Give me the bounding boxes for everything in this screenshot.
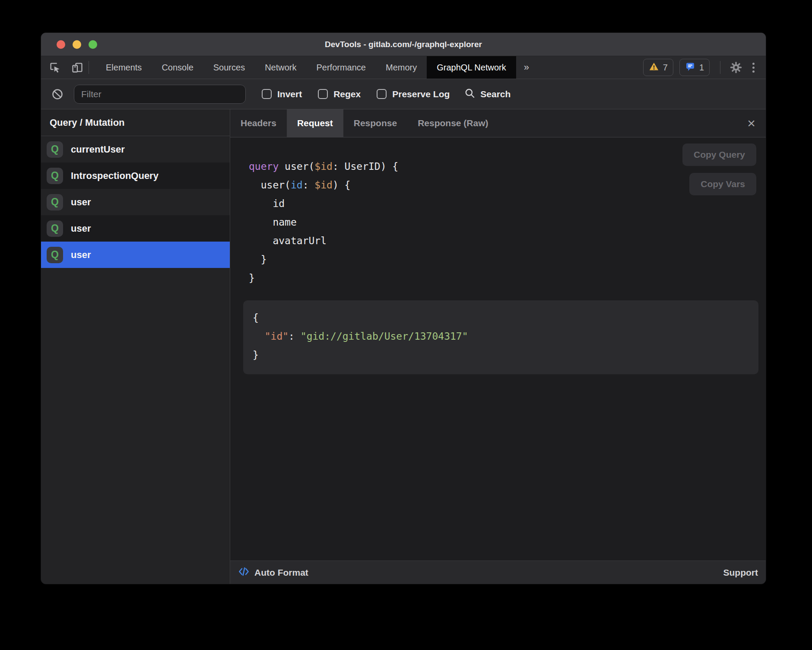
tab-memory[interactable]: Memory	[376, 56, 427, 79]
issues-badge[interactable]: 1	[679, 59, 710, 76]
code-line: }	[249, 250, 766, 269]
devtools-tabs: ElementsConsoleSourcesNetworkPerformance…	[96, 56, 516, 79]
search-button[interactable]: Search	[464, 88, 511, 101]
query-type-badge: Q	[47, 168, 63, 184]
close-window-button[interactable]	[57, 40, 65, 49]
more-tabs-button[interactable]: »	[516, 56, 537, 79]
tabbar-spacer	[537, 56, 643, 79]
variables-code: { "id": "gid://gitlab/User/13704317"}	[253, 309, 749, 364]
block-requests-icon[interactable]	[51, 87, 64, 101]
detail-panel: HeadersRequestResponseResponse (Raw) × q…	[230, 109, 766, 584]
tab-sources[interactable]: Sources	[203, 56, 255, 79]
query-list: QcurrentUserQIntrospectionQueryQuserQuse…	[41, 136, 230, 268]
tab-console[interactable]: Console	[152, 56, 203, 79]
checkbox-preserve-log[interactable]: Preserve Log	[377, 89, 450, 99]
tab-network[interactable]: Network	[255, 56, 306, 79]
detail-tabbar: HeadersRequestResponseResponse (Raw) ×	[230, 109, 766, 137]
detail-tabs: HeadersRequestResponseResponse (Raw)	[230, 109, 499, 137]
support-link[interactable]: Support	[723, 567, 758, 578]
code-line: avatarUrl	[249, 232, 766, 250]
tab-elements[interactable]: Elements	[96, 56, 152, 79]
request-content: query user($id: UserID) { user(id: $id) …	[230, 137, 766, 561]
minimize-window-button[interactable]	[73, 40, 81, 49]
footer-bar: Auto Format Support	[230, 561, 766, 584]
checkbox-box[interactable]	[318, 89, 328, 99]
query-name-label: user	[71, 223, 91, 234]
code-line: name	[249, 213, 766, 232]
checkbox-box[interactable]	[262, 89, 272, 99]
sidebar-header: Query / Mutation	[41, 109, 230, 136]
filter-input[interactable]	[74, 85, 246, 104]
devtools-tabbar: ElementsConsoleSourcesNetworkPerformance…	[41, 56, 766, 79]
auto-format-button[interactable]: Auto Format	[254, 567, 308, 578]
window-title: DevTools - gitlab.com/-/graphql-explorer	[325, 40, 482, 49]
warning-count: 7	[663, 63, 668, 73]
query-name-label: IntrospectionQuery	[71, 170, 159, 182]
code-line: }	[253, 346, 749, 364]
more-options-icon[interactable]	[749, 63, 758, 73]
inspect-element-icon[interactable]	[48, 61, 62, 74]
code-line: {	[253, 309, 749, 327]
tool-icons	[41, 56, 84, 79]
filter-checkboxes: InvertRegexPreserve Log	[246, 89, 450, 99]
filter-bar: InvertRegexPreserve Log Search	[41, 79, 766, 109]
checkbox-regex[interactable]: Regex	[318, 89, 361, 99]
query-type-badge: Q	[47, 194, 63, 210]
variables-box: { "id": "gid://gitlab/User/13704317"}	[243, 300, 758, 374]
query-list-item[interactable]: QIntrospectionQuery	[41, 162, 230, 189]
detail-tab-headers[interactable]: Headers	[230, 109, 287, 137]
query-type-badge: Q	[47, 247, 63, 263]
query-name-label: user	[71, 197, 91, 208]
tab-graphql-network[interactable]: GraphQL Network	[427, 56, 516, 79]
query-type-badge: Q	[47, 141, 63, 158]
warning-icon	[649, 61, 659, 73]
code-line: "id": "gid://gitlab/User/13704317"	[253, 327, 749, 346]
tab-performance[interactable]: Performance	[307, 56, 376, 79]
checkbox-label: Regex	[333, 89, 361, 99]
status-area: 7 1	[643, 56, 766, 79]
status-divider	[720, 61, 720, 74]
query-list-item[interactable]: Quser	[41, 189, 230, 215]
detail-tab-response[interactable]: Response	[343, 109, 407, 137]
close-panel-icon[interactable]: ×	[744, 109, 759, 137]
title-bar: DevTools - gitlab.com/-/graphql-explorer	[41, 33, 766, 56]
detail-tab-request[interactable]: Request	[287, 109, 343, 137]
detail-tab-response-raw[interactable]: Response (Raw)	[407, 109, 498, 137]
copy-buttons: Copy Query Copy Vars	[682, 143, 756, 195]
query-list-item[interactable]: Quser	[41, 215, 230, 242]
chat-bubble-icon	[685, 61, 695, 73]
warnings-badge[interactable]: 7	[643, 59, 673, 76]
copy-vars-button[interactable]: Copy Vars	[689, 173, 756, 195]
query-type-badge: Q	[47, 220, 63, 237]
copy-query-button[interactable]: Copy Query	[682, 143, 756, 166]
query-name-label: user	[71, 249, 91, 261]
devtools-window: DevTools - gitlab.com/-/graphql-explorer	[41, 32, 766, 584]
device-toolbar-icon[interactable]	[70, 61, 84, 74]
issues-count: 1	[699, 63, 704, 73]
toolbar-divider	[89, 61, 89, 74]
checkbox-label: Preserve Log	[392, 89, 450, 99]
checkbox-invert[interactable]: Invert	[262, 89, 302, 99]
main-area: Query / Mutation QcurrentUserQIntrospect…	[41, 109, 766, 584]
search-icon	[464, 88, 476, 101]
settings-gear-icon[interactable]	[729, 61, 743, 74]
code-line: id	[249, 194, 766, 213]
window-controls	[57, 33, 97, 56]
query-list-item[interactable]: QcurrentUser	[41, 136, 230, 162]
sidebar: Query / Mutation QcurrentUserQIntrospect…	[41, 109, 230, 584]
query-list-item[interactable]: Quser	[41, 242, 230, 268]
checkbox-label: Invert	[277, 89, 302, 99]
checkbox-box[interactable]	[377, 89, 387, 99]
query-name-label: currentUser	[71, 144, 125, 155]
search-label: Search	[480, 89, 511, 99]
code-line: }	[249, 269, 766, 287]
code-format-icon	[238, 566, 250, 579]
zoom-window-button[interactable]	[89, 40, 97, 49]
